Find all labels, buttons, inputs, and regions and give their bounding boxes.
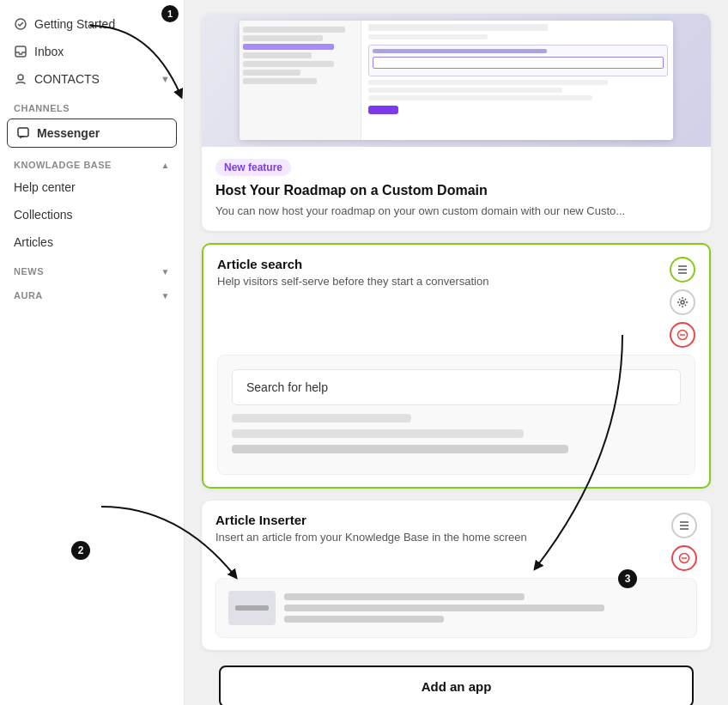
article-inserter-desc: Insert an article from your Knowledge Ba… [215, 531, 663, 544]
sidebar-item-messenger[interactable]: Messenger [7, 119, 177, 148]
feature-card-title: Host Your Roadmap on a Custom Domain [215, 183, 697, 198]
article-search-info: Article search Help visitors self-serve … [217, 257, 661, 288]
knowledge-base-label: KNOWLADGE BASE [14, 160, 112, 170]
help-center-label: Help center [14, 180, 76, 194]
sidebar-item-inbox[interactable]: Inbox [0, 38, 184, 65]
inserter-line-1 [284, 593, 525, 600]
inserter-line-3 [284, 616, 444, 623]
feature-card-image [202, 14, 711, 147]
settings-button[interactable] [670, 289, 695, 315]
article-inserter-header: Article Inserter Insert an article from … [202, 501, 711, 578]
svg-rect-1 [15, 46, 26, 57]
svg-point-2 [18, 75, 23, 80]
article-search-section: Article search Help visitors self-serve … [202, 243, 711, 489]
getting-started-icon [14, 17, 27, 31]
mock-screenshot [240, 21, 672, 141]
news-section-label: NEWS ▼ [0, 256, 184, 280]
knowledge-chevron[interactable]: ▲ [161, 161, 170, 170]
aura-section-label: AURA ▼ [0, 280, 184, 304]
feature-card: New feature Host Your Roadmap on a Custo… [202, 14, 711, 231]
contacts-icon [14, 72, 27, 86]
result-line-3 [232, 445, 568, 453]
inserter-thumbnail [228, 591, 276, 625]
article-inserter-title: Article Inserter [215, 513, 663, 527]
messenger-label: Messenger [37, 126, 100, 140]
inbox-icon [14, 45, 27, 58]
remove-button[interactable] [670, 322, 695, 348]
mock-screenshot-main [363, 21, 673, 141]
aura-label: AURA [14, 290, 43, 301]
reorder-button[interactable] [670, 257, 695, 283]
result-line-2 [232, 429, 524, 438]
messenger-icon [16, 126, 30, 140]
articles-label: Articles [14, 235, 53, 249]
annotation-2: 2 [71, 541, 90, 560]
knowledge-section-label: KNOWLADGE BASE ▲ [0, 149, 184, 173]
new-feature-badge: New feature [215, 159, 291, 176]
search-bar[interactable]: Search for help [232, 369, 681, 405]
sidebar: Getting Started 1 Inbox CONTACTS ▼ CHANN… [0, 0, 185, 705]
result-line-1 [232, 414, 411, 422]
main-content: New feature Host Your Roadmap on a Custo… [185, 0, 728, 705]
add-app-button[interactable]: Add an app [219, 665, 694, 705]
svg-point-7 [681, 301, 684, 304]
collections-label: Collections [14, 208, 72, 222]
aura-chevron[interactable]: ▼ [161, 291, 170, 301]
sidebar-item-getting-started[interactable]: Getting Started 1 [0, 10, 184, 38]
sidebar-item-articles[interactable]: Articles [0, 228, 184, 256]
sidebar-item-contacts[interactable]: CONTACTS ▼ [0, 65, 184, 93]
article-search-actions [670, 257, 695, 348]
feature-card-description: You can now host your roadmap on your ow… [215, 204, 697, 219]
mock-screenshot-sidebar [240, 21, 361, 141]
article-inserter-actions [671, 513, 697, 571]
annotation-3: 3 [618, 569, 637, 588]
article-search-desc: Help visitors self-serve before they sta… [217, 275, 661, 288]
sidebar-item-collections[interactable]: Collections [0, 201, 184, 228]
news-chevron[interactable]: ▼ [161, 267, 170, 277]
inbox-label: Inbox [34, 45, 64, 58]
getting-started-label: Getting Started [34, 17, 115, 31]
inserter-text-lines [284, 593, 684, 623]
contacts-label: CONTACTS [34, 72, 100, 86]
channels-section-label: CHANNELS [0, 93, 184, 117]
sidebar-item-help-center[interactable]: Help center [0, 173, 184, 201]
article-inserter-info: Article Inserter Insert an article from … [215, 513, 663, 544]
article-search-header: Article search Help visitors self-serve … [203, 245, 709, 355]
inserter-line-2 [284, 605, 604, 611]
news-label: NEWS [14, 266, 44, 277]
inserter-reorder-button[interactable] [671, 513, 697, 538]
contacts-chevron[interactable]: ▼ [161, 74, 170, 84]
feature-card-body: New feature Host Your Roadmap on a Custo… [202, 147, 711, 231]
article-search-title: Article search [217, 257, 661, 271]
annotation-badge-1: 1 [161, 5, 179, 22]
svg-rect-3 [18, 128, 28, 137]
inserter-thumb-inner [235, 605, 269, 611]
article-search-preview: Search for help [217, 355, 695, 475]
inserter-remove-button[interactable] [671, 545, 697, 571]
